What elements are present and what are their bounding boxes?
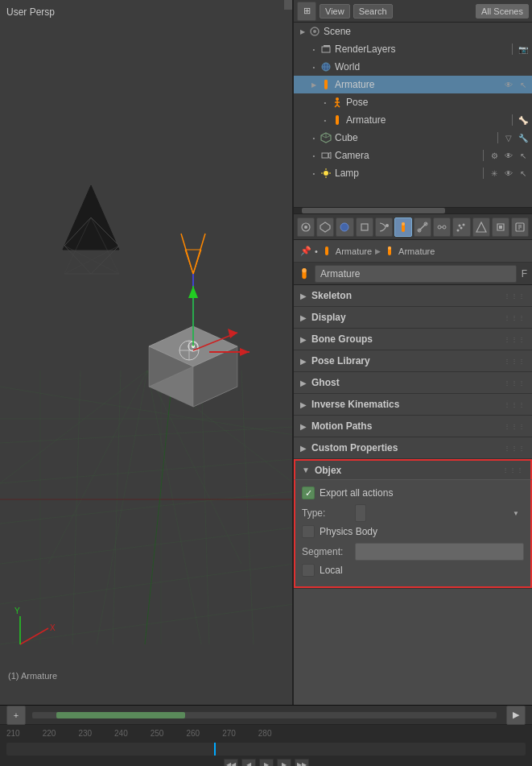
timeline-add-btn[interactable]: + bbox=[6, 706, 26, 725]
scene-btn[interactable] bbox=[316, 217, 334, 237]
armature-data-btn[interactable] bbox=[394, 217, 412, 237]
separator bbox=[483, 150, 484, 161]
next-keyframe-btn[interactable]: ▶ bbox=[277, 759, 291, 766]
script-btn[interactable] bbox=[511, 217, 529, 237]
section-ik-header[interactable]: ▶ Inverse Kinematics ⋮⋮⋮ bbox=[294, 394, 532, 415]
outliner-search-btn[interactable]: Search bbox=[353, 4, 393, 19]
svg-line-63 bbox=[335, 105, 337, 107]
svg-marker-28 bbox=[149, 366, 237, 407]
svg-line-18 bbox=[201, 371, 209, 644]
outliner-scrollbar[interactable] bbox=[294, 208, 532, 214]
tree-item-scene[interactable]: ▶ Scene bbox=[294, 23, 532, 40]
camera-tree-icon bbox=[320, 149, 332, 162]
tree-item-renderlayers[interactable]: • RenderLayers 📷 bbox=[294, 40, 532, 58]
expand-icon: • bbox=[308, 168, 320, 179]
frame-210: 210 bbox=[6, 729, 20, 738]
next-frame-btn[interactable]: ▶▶ bbox=[295, 759, 309, 766]
tree-item-lamp[interactable]: • Lamp ✳ 👁 ↖ bbox=[294, 164, 532, 182]
svg-point-92 bbox=[460, 226, 463, 229]
svg-marker-79 bbox=[320, 222, 330, 232]
svg-point-72 bbox=[324, 171, 328, 176]
world-icon bbox=[320, 60, 332, 73]
particles-btn[interactable] bbox=[452, 217, 470, 237]
section-motion-paths-header[interactable]: ▶ Motion Paths ⋮⋮⋮ bbox=[294, 416, 532, 437]
tree-right-icons: ▽ 🔧 bbox=[496, 132, 529, 143]
svg-line-9 bbox=[0, 459, 294, 483]
play-btn[interactable]: ▶ bbox=[259, 759, 274, 766]
custom-props-dots: ⋮⋮⋮ bbox=[504, 445, 526, 452]
props-breadcrumb: 📌 • Armature ▶ Armature bbox=[294, 240, 532, 263]
object-btn[interactable] bbox=[356, 217, 373, 237]
bone-btn[interactable] bbox=[414, 217, 431, 237]
svg-point-102 bbox=[388, 246, 391, 250]
cam-settings-icon: ⚙ bbox=[489, 150, 500, 161]
eye3-icon[interactable]: 👁 bbox=[503, 168, 514, 179]
svg-marker-41 bbox=[188, 286, 198, 298]
motion-paths-title: Motion Paths bbox=[311, 420, 372, 432]
section-bone-groups: ▶ Bone Groups ⋮⋮⋮ bbox=[294, 329, 532, 350]
prev-frame-btn[interactable]: ◀◀ bbox=[224, 759, 238, 766]
type-row: Type: bbox=[302, 504, 524, 522]
section-objex-header[interactable]: ▼ Objex ⋮⋮⋮ bbox=[294, 459, 532, 480]
outliner-view-btn[interactable]: View bbox=[320, 4, 350, 19]
tree-item-renderlayers-label: RenderLayers bbox=[335, 43, 510, 55]
section-ghost: ▶ Ghost ⋮⋮⋮ bbox=[294, 372, 532, 394]
tree-item-camera[interactable]: • Camera ⚙ 👁 ↖ bbox=[294, 147, 532, 164]
world-btn[interactable] bbox=[336, 217, 353, 237]
prev-keyframe-btn[interactable]: ◀ bbox=[241, 759, 256, 766]
timeline-play-btn[interactable]: ▶ bbox=[506, 706, 526, 725]
ik-title: Inverse Kinematics bbox=[311, 399, 399, 410]
display-arrow: ▶ bbox=[300, 313, 307, 322]
section-pose-library-header[interactable]: ▶ Pose Library ⋮⋮⋮ bbox=[294, 350, 532, 371]
cursor3-icon[interactable]: ↖ bbox=[518, 168, 529, 179]
svg-point-78 bbox=[304, 226, 307, 229]
export-all-actions-checkbox[interactable] bbox=[302, 487, 315, 499]
ghost-title: Ghost bbox=[311, 377, 340, 388]
svg-marker-39 bbox=[228, 329, 237, 338]
breadcrumb-arrow: ▶ bbox=[375, 247, 381, 255]
physics-btn[interactable] bbox=[472, 217, 490, 237]
expand-icon: ▶ bbox=[297, 26, 308, 37]
tree-item-pose[interactable]: • Pose bbox=[294, 93, 532, 111]
physics-body-checkbox[interactable] bbox=[302, 525, 315, 538]
svg-line-16 bbox=[113, 371, 121, 644]
section-bone-groups-header[interactable]: ▶ Bone Groups ⋮⋮⋮ bbox=[294, 329, 532, 350]
tree-item-armature-sub[interactable]: • Armature 🦴 bbox=[294, 111, 532, 129]
armature-sub-icon bbox=[331, 114, 344, 126]
motion-paths-dots: ⋮⋮⋮ bbox=[504, 423, 526, 430]
bone-constraints-btn[interactable] bbox=[433, 217, 451, 237]
render-btn[interactable] bbox=[297, 217, 315, 237]
tree-item-camera-label: Camera bbox=[335, 150, 481, 161]
section-ghost-header[interactable]: ▶ Ghost ⋮⋮⋮ bbox=[294, 372, 532, 393]
timeline-bar[interactable] bbox=[6, 743, 526, 756]
cursor-icon[interactable]: ↖ bbox=[518, 79, 529, 90]
svg-point-52 bbox=[313, 30, 316, 33]
svg-line-23 bbox=[64, 217, 91, 274]
outliner-grid-btn[interactable]: ⊞ bbox=[297, 2, 316, 21]
section-display-header[interactable]: ▶ Display ⋮⋮⋮ bbox=[294, 307, 532, 328]
cursor2-icon[interactable]: ↖ bbox=[518, 150, 529, 161]
tree-item-cube[interactable]: • Cube ▽ 🔧 bbox=[294, 129, 532, 147]
modifiers-btn[interactable] bbox=[375, 217, 393, 237]
outliner-all-scenes-btn[interactable]: All Scenes bbox=[476, 4, 529, 19]
tree-item-armature[interactable]: ▶ Armature 👁 ↖ bbox=[294, 76, 532, 93]
segment-input[interactable] bbox=[355, 543, 524, 561]
type-select[interactable] bbox=[355, 504, 366, 522]
armature-name-letter: F bbox=[522, 268, 527, 279]
armature-name-input[interactable] bbox=[315, 265, 517, 283]
separator bbox=[512, 43, 513, 55]
custom-props-arrow: ▶ bbox=[300, 444, 307, 453]
pin-icon: 📌 bbox=[300, 246, 311, 257]
objex-arrow: ▼ bbox=[302, 466, 310, 474]
local-checkbox[interactable] bbox=[302, 564, 315, 577]
section-skeleton-header[interactable]: ▶ Skeleton ⋮⋮⋮ bbox=[294, 285, 532, 306]
section-custom-props-header[interactable]: ▶ Custom Properties ⋮⋮⋮ bbox=[294, 437, 532, 458]
constraints-btn[interactable] bbox=[492, 217, 509, 237]
breadcrumb-armature2: Armature bbox=[398, 246, 435, 256]
eye-icon[interactable]: 👁 bbox=[503, 79, 514, 90]
svg-line-6 bbox=[97, 371, 147, 644]
eye2-icon[interactable]: 👁 bbox=[503, 150, 514, 161]
tree-item-world[interactable]: • World bbox=[294, 58, 532, 76]
tree-right-icons: 📷 bbox=[510, 43, 529, 55]
pose-library-arrow: ▶ bbox=[300, 357, 307, 366]
